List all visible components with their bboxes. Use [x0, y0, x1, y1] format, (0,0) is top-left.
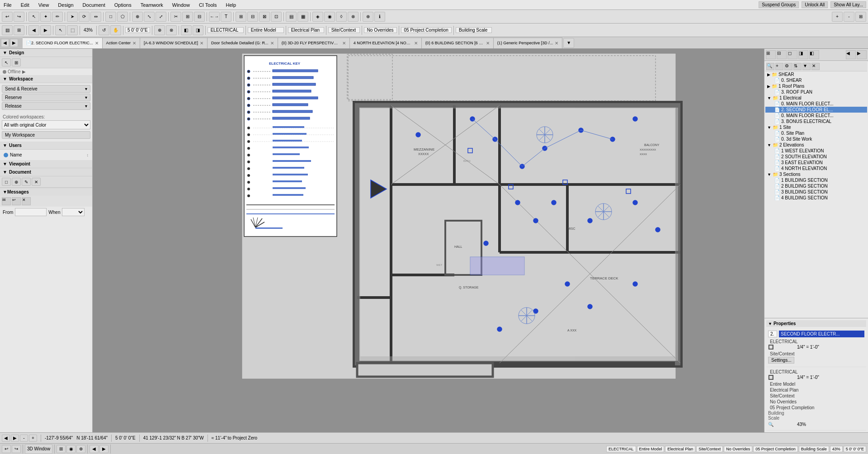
- tree-electrical-second[interactable]: 📄 2. SECOND FLOOR EL...: [765, 107, 867, 113]
- messages-header[interactable]: ▼ Messages: [0, 188, 92, 196]
- tab-close-btn[interactable]: ✕: [95, 41, 99, 46]
- tree-add-btn[interactable]: +: [775, 63, 783, 70]
- undo-btn[interactable]: ↩: [2, 12, 13, 22]
- users-section-header[interactable]: ▼ Users: [0, 142, 92, 150]
- tab-3d-perspective[interactable]: (0) 3D-20 FLY PERSPECTIVE [3... ✕: [278, 38, 350, 48]
- menu-help[interactable]: Help: [224, 1, 238, 9]
- menu-teamwork[interactable]: Teamwork: [139, 1, 165, 9]
- tree-section-4[interactable]: 📄 4 BUILDING SECTION: [765, 195, 867, 201]
- msg-delete-btn[interactable]: ✕: [22, 197, 31, 205]
- my-workspace-btn[interactable]: My Workspace: [2, 131, 90, 139]
- doc-btn2[interactable]: ⊕: [12, 178, 21, 186]
- send-receive-btn[interactable]: Send & Receive ▾: [2, 85, 90, 93]
- tree-site-3d[interactable]: 📄 0. 3d Site Work: [765, 136, 867, 142]
- tab-generic-close[interactable]: ✕: [555, 41, 558, 46]
- suspend-groups-btn[interactable]: Suspend Groups: [759, 1, 799, 8]
- bottom-3d-window-btn[interactable]: 3D Window: [25, 444, 52, 454]
- tree-search-btn[interactable]: 🔍: [766, 63, 774, 70]
- zoom-in-btn[interactable]: +: [832, 12, 843, 22]
- pen-tool[interactable]: ✏: [52, 12, 63, 22]
- menu-document[interactable]: Document: [81, 1, 107, 9]
- bottom-view-btn1[interactable]: ⊞: [57, 445, 66, 453]
- when-select[interactable]: [62, 208, 85, 216]
- right-view-btn5[interactable]: ◧: [809, 50, 819, 59]
- rectangle-btn[interactable]: □: [105, 12, 116, 22]
- design-section-header[interactable]: ▼ Design: [0, 49, 92, 57]
- tab-north-close[interactable]: ✕: [414, 41, 418, 46]
- publish-btn[interactable]: ⊕: [363, 12, 373, 22]
- plan-view-btn[interactable]: ▤: [2, 25, 13, 35]
- document-section-header[interactable]: ▼ Document: [0, 168, 92, 176]
- view-btn1[interactable]: ⊞: [236, 12, 246, 22]
- bottom-nav-left[interactable]: ◀: [90, 445, 99, 453]
- tree-filter-btn[interactable]: ▼: [802, 63, 811, 70]
- doc-btn4[interactable]: ✕: [32, 178, 41, 186]
- tab-3d-close[interactable]: ✕: [342, 41, 346, 46]
- rotate-btn[interactable]: ⟳: [79, 12, 90, 22]
- tree-close-btn[interactable]: ✕: [811, 63, 820, 70]
- zoom-out-btn[interactable]: -: [844, 12, 854, 22]
- tree-sort-btn[interactable]: ⇅: [793, 63, 802, 70]
- bottom-view-btn2[interactable]: ◉: [66, 445, 75, 453]
- nav-btn1[interactable]: ◀: [28, 25, 39, 35]
- 3d-btn3[interactable]: ◊: [336, 12, 347, 22]
- menu-edit[interactable]: Edit: [19, 1, 31, 9]
- view-btn2[interactable]: ⊟: [247, 12, 258, 22]
- from-input[interactable]: [15, 208, 47, 216]
- view-combo-btn[interactable]: ◨: [193, 25, 203, 35]
- magic-wand[interactable]: ✦: [40, 12, 51, 22]
- 3d-btn4[interactable]: ⊗: [348, 12, 359, 22]
- menu-view[interactable]: View: [37, 1, 51, 9]
- tree-elevation-1[interactable]: 📄 1 WEST ELEVATION: [765, 148, 867, 154]
- tab-more-btn[interactable]: ▼: [563, 38, 574, 48]
- msg-compose-btn[interactable]: ✉: [2, 197, 11, 205]
- status-back-btn[interactable]: ◀: [2, 435, 10, 442]
- sidebar-select-btn[interactable]: ↖: [2, 58, 11, 66]
- nav-btn2[interactable]: ▶: [40, 25, 51, 35]
- menu-window[interactable]: Window: [170, 1, 192, 9]
- scale-btn[interactable]: ⤡: [144, 12, 155, 22]
- pan-btn[interactable]: ✋: [110, 25, 121, 35]
- tab-second-floor-electric[interactable]: 📄 2. SECOND FLOOR ELECTRIC... ✕: [23, 38, 103, 48]
- tree-electrical-main2[interactable]: 📄 0. MAIN FLOOR ELECT...: [765, 113, 867, 118]
- marquee-btn[interactable]: ⬚: [67, 25, 78, 35]
- viewpoint-section-header[interactable]: ▼ Viewpoint: [0, 160, 92, 168]
- bottom-view-btn3[interactable]: ⊕: [76, 445, 85, 453]
- tab-generic-perspective[interactable]: (1) Generic Perspective [3D /... ✕: [494, 38, 563, 48]
- right-view-btn4[interactable]: ◨: [798, 50, 808, 59]
- refresh-btn[interactable]: ↺: [99, 25, 109, 35]
- tab-door-close[interactable]: ✕: [270, 41, 274, 46]
- unlock-all-btn[interactable]: Unlock All: [802, 1, 828, 8]
- snap-btn2[interactable]: ⊗: [166, 25, 177, 35]
- stretch-btn[interactable]: ⤢: [156, 12, 166, 22]
- doc-btn1[interactable]: □: [2, 178, 11, 186]
- tab-nav-right[interactable]: ▶: [10, 39, 18, 47]
- tree-electrical-group[interactable]: ▼ 📁 1 Electrical: [765, 95, 867, 101]
- reserve-btn[interactable]: Reserve ▾: [2, 94, 90, 101]
- color-workspace-select[interactable]: All with original Color: [2, 120, 90, 129]
- fit-btn[interactable]: ⊞: [855, 12, 866, 22]
- prop-view-name[interactable]: SECOND FLOOR ELECTR...: [779, 331, 864, 337]
- trim-btn[interactable]: ✂: [170, 12, 181, 22]
- intersect-btn[interactable]: ⊟: [194, 12, 205, 22]
- 3d-btn1[interactable]: ◈: [312, 12, 323, 22]
- tab-nav-left[interactable]: ◀: [1, 39, 9, 47]
- workspace-section-header[interactable]: ▼ Workspace: [0, 75, 92, 83]
- select-tool[interactable]: ↖: [28, 12, 39, 22]
- tab-action-center[interactable]: Action Center ✕: [103, 38, 141, 48]
- tab-section-close[interactable]: ✕: [486, 41, 490, 46]
- right-view-btn2[interactable]: ⊟: [777, 50, 787, 59]
- canvas-area[interactable]: nairisorgsvon.com ELECTRICAL KEY: [93, 49, 764, 432]
- view-btn3[interactable]: ⊠: [259, 12, 270, 22]
- menu-citools[interactable]: CI Tools: [197, 1, 219, 9]
- tree-electrical-bonus[interactable]: 📄 3. BONUS ELECTRICAL: [765, 118, 867, 124]
- tab-building-section[interactable]: (0) 6 BUILDING SECTION [6 B... ✕: [422, 38, 494, 48]
- tab-action-close[interactable]: ✕: [132, 41, 136, 46]
- tree-panel[interactable]: 🔍 + ⚙ ⇅ ▼ ✕ ▶ 📁 SHEAR 📄 0. SHEAR ▶: [764, 61, 868, 318]
- show-all-layers-btn[interactable]: Show All Lay...: [830, 1, 866, 8]
- release-btn[interactable]: Release ▾: [2, 102, 90, 110]
- bottom-btn2[interactable]: ↪: [12, 445, 21, 453]
- tree-elevation-3[interactable]: 📄 3 EAST ELEVATION: [765, 160, 867, 166]
- tree-roof-plans-group[interactable]: ▶ 📁 1 Roof Plans: [765, 83, 867, 89]
- tab-window-close[interactable]: ✕: [200, 41, 203, 46]
